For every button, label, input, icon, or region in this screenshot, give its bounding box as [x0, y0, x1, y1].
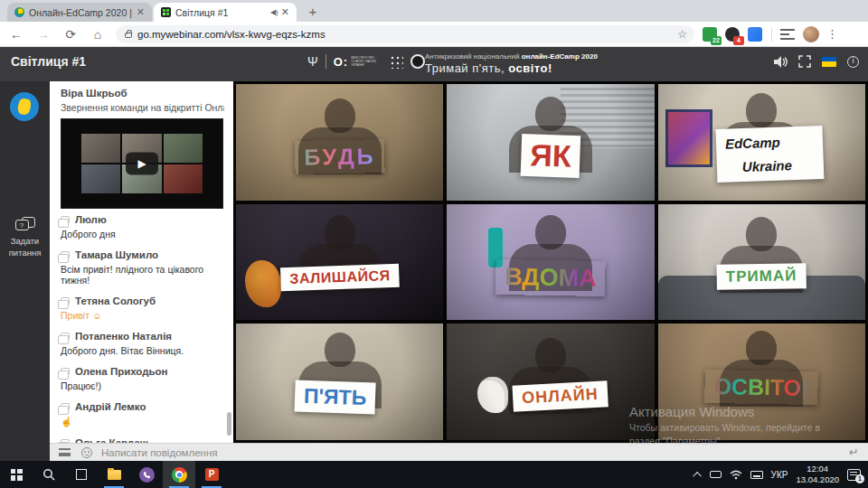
ask-question-label: Задати питання — [0, 236, 50, 259]
address-bar[interactable]: go.mywebinar.com/vlsx-kwvg-eqzs-kzms ☆ — [116, 25, 694, 43]
logo-divider — [326, 54, 326, 69]
sign-card: П'ЯТЬ — [294, 380, 375, 415]
fullscreen-icon[interactable] — [798, 55, 811, 68]
sign-card: ВДОМА — [495, 259, 606, 296]
video-tile[interactable]: ЯК — [447, 84, 654, 201]
pinned-author: Віра Шкрьоб — [61, 88, 224, 99]
volume-icon[interactable] — [774, 56, 788, 68]
browser-tab-strip: Онлайн-EdCamp 2020 | Онлайн ✕ Світлиця #… — [0, 0, 868, 22]
edcamp-logo-icon[interactable] — [10, 92, 39, 121]
chat-message: Тамара Шумило Всім привіт! плідного та ц… — [61, 249, 224, 286]
video-tile[interactable]: П'ЯТЬ — [236, 324, 443, 440]
tab-close-icon[interactable]: ✕ — [281, 6, 289, 18]
home-icon[interactable]: ⌂ — [87, 27, 108, 42]
browser-menu-icon[interactable]: ⋮ — [826, 27, 838, 41]
forward-icon[interactable]: → — [33, 27, 54, 42]
https-lock-icon[interactable] — [125, 33, 132, 38]
reply-icon[interactable] — [61, 251, 70, 258]
toolbar-divider — [771, 27, 772, 42]
chat-message: Олена Приходьон Працює!) — [61, 366, 224, 391]
task-view-button[interactable] — [65, 461, 98, 488]
powerpoint-button[interactable]: P — [195, 461, 228, 488]
tab-edcamp[interactable]: Онлайн-EdCamp 2020 | Онлайн ✕ — [7, 3, 152, 22]
sign-card: БУДЬ — [295, 139, 385, 174]
taskbar-clock[interactable]: 12:04 13.04.2020 — [796, 464, 839, 485]
play-button[interactable]: ▶ — [126, 153, 158, 175]
reply-icon[interactable] — [61, 297, 70, 305]
extension-translate-icon[interactable] — [748, 27, 762, 42]
system-tray: УКР 12:04 13.04.2020 1 — [695, 464, 868, 485]
tab-title: Світлиця #1 — [175, 7, 266, 18]
chat-message: Потапенко Наталія Доброго дня. Вітає Він… — [61, 331, 224, 356]
chrome-icon — [172, 467, 187, 483]
viber-button[interactable] — [130, 461, 163, 488]
extension-green-icon[interactable]: 22 — [703, 27, 717, 42]
chat-message: Люлю Доброго дня — [61, 214, 224, 239]
refresh-icon[interactable]: ⟳ — [60, 27, 81, 42]
profile-avatar[interactable] — [803, 26, 819, 42]
reply-icon[interactable] — [61, 368, 70, 375]
sign-card: ЗАЛИШАЙСЯ — [280, 263, 400, 291]
time-text: 12:04 — [796, 464, 839, 474]
start-button[interactable] — [0, 461, 33, 488]
chat-message: Андрій Лемко ☝ — [61, 401, 224, 427]
webinar-header: Світлиця #1 Ψ О: Міністерство освіти і н… — [0, 47, 868, 81]
device-icon[interactable] — [710, 471, 722, 478]
tab-svitlytsia[interactable]: Світлиця #1 ◀) ✕ — [154, 3, 297, 22]
reply-icon[interactable] — [61, 216, 70, 223]
message-input[interactable] — [101, 447, 849, 458]
reply-icon[interactable] — [61, 333, 70, 340]
video-tile[interactable]: ТРИМАЙ — [658, 204, 865, 321]
windows-logo-icon — [11, 469, 23, 481]
video-tile[interactable]: ЗАЛИШАЙСЯ — [236, 204, 443, 321]
new-tab-button[interactable]: + — [304, 3, 322, 21]
tab-close-icon[interactable]: ✕ — [137, 6, 145, 18]
show-hidden-icons-chevron[interactable] — [693, 471, 702, 480]
video-tile[interactable]: EdCampUkraine — [658, 84, 865, 201]
chat-scrollbar[interactable] — [227, 412, 231, 436]
file-explorer-button[interactable] — [98, 461, 130, 488]
chat-message: Тетяна Сологуб Привіт ☺ — [61, 296, 224, 321]
video-tile[interactable]: ВДОМА — [447, 204, 654, 321]
search-icon — [42, 468, 55, 481]
browser-toolbar: ← → ⟳ ⌂ go.mywebinar.com/vlsx-kwvg-eqzs-… — [0, 22, 868, 47]
touch-keyboard-icon[interactable] — [750, 471, 763, 479]
embedded-video-player[interactable]: ▶ — [61, 118, 223, 209]
webinar-sidebar-rail: ? Задати питання — [0, 81, 50, 461]
taskbar-search-button[interactable] — [33, 461, 65, 488]
chrome-button[interactable] — [163, 461, 195, 488]
send-enter-icon[interactable]: ↵ — [849, 446, 859, 459]
ukraine-flag-icon[interactable] — [822, 57, 836, 67]
video-tile[interactable]: ОСВІТО! — [658, 324, 865, 440]
tab-title: Онлайн-EdCamp 2020 | Онлайн — [29, 7, 132, 18]
language-indicator[interactable]: УКР — [771, 470, 788, 480]
viber-icon — [139, 467, 155, 483]
chat-messages: Люлю Доброго дня Тамара Шумило Всім прив… — [50, 212, 233, 443]
video-tile[interactable]: БУДЬ — [236, 84, 443, 201]
back-icon[interactable]: ← — [5, 27, 27, 42]
pinned-message: Віра Шкрьоб Звернення команди на відкрит… — [50, 81, 233, 209]
extension-dark-icon[interactable]: 4 — [725, 27, 740, 42]
sign-card: ТРИМАЙ — [717, 263, 807, 290]
bookmark-star-icon[interactable]: ☆ — [677, 28, 687, 41]
date-text: 13.04.2020 — [796, 474, 839, 485]
tab-audio-icon[interactable]: ◀) — [270, 8, 278, 16]
reply-icon[interactable] — [61, 403, 70, 410]
room-title: Світлиця #1 — [11, 54, 86, 69]
powerpoint-icon: P — [205, 468, 219, 481]
menu-icon[interactable] — [59, 448, 71, 456]
notification-badge: 1 — [855, 474, 864, 483]
wifi-icon[interactable] — [730, 470, 742, 480]
video-grid: БУДЬ ЯК EdCampUkraine ЗАЛИШАЙСЯ ВДОМА ТР… — [236, 84, 865, 440]
url-text[interactable]: go.mywebinar.com/vlsx-kwvg-eqzs-kzms — [137, 29, 677, 40]
video-tile[interactable]: ОНЛАЙН — [447, 324, 654, 440]
partner-logos: Ψ О: Міністерство освіти і науки України — [307, 54, 425, 69]
desktop: Онлайн-EdCamp 2020 | Онлайн ✕ Світлиця #… — [0, 0, 868, 488]
reading-list-icon[interactable] — [780, 29, 795, 40]
action-center-icon[interactable]: 1 — [847, 469, 861, 481]
sign-card: ЯК — [521, 134, 581, 178]
ask-question-button[interactable]: ? Задати питання — [0, 217, 50, 259]
emoji-icon[interactable] — [81, 447, 92, 458]
folder-icon — [108, 470, 121, 480]
info-icon[interactable] — [847, 56, 859, 68]
